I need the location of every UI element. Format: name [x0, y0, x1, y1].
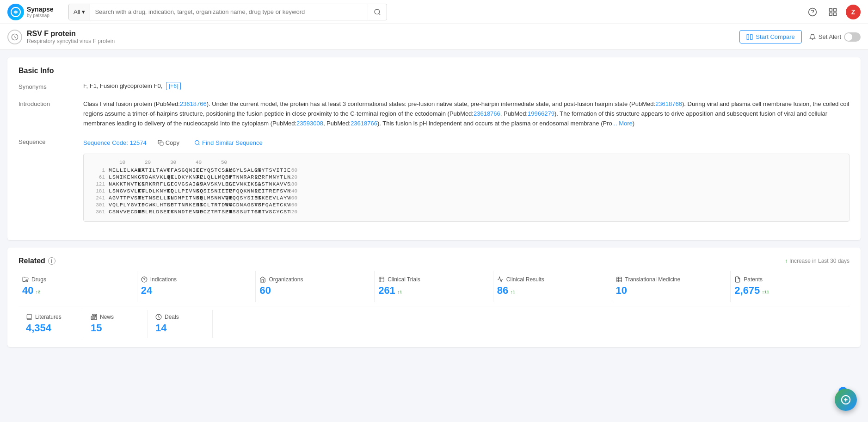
related-title: Related i	[18, 257, 55, 265]
clinical-results-count: 86 ↑ 1	[497, 285, 608, 297]
related-item-literatures[interactable]: Literatures 4,354	[18, 310, 83, 338]
related-item-indications[interactable]: Indications 24	[137, 271, 256, 302]
seq-line-5: 241 AGVTTPVSTY MLTNSELLSL INDMPITNDQ KKL…	[91, 195, 842, 201]
drugs-increase: ↑ 2	[35, 289, 40, 295]
related-items-row1: Drugs 40 ↑ 2 Indications 24	[18, 271, 850, 302]
find-similar-label: Find Similar Sequence	[202, 139, 263, 146]
drugs-count: 40 ↑ 2	[22, 285, 133, 297]
synonyms-more[interactable]: [+6]	[166, 82, 181, 90]
pubmed-link-2[interactable]: 23618766	[655, 100, 682, 107]
pubmed-link-4[interactable]: 19966279	[528, 110, 554, 117]
compare-button[interactable]: Start Compare	[739, 30, 802, 43]
svg-rect-10	[747, 34, 749, 39]
related-item-patents[interactable]: Patents 2,675 ↑ 11	[731, 271, 850, 302]
more-link[interactable]: ... More	[612, 120, 633, 127]
alert-toggle[interactable]	[844, 32, 861, 42]
compare-button-label: Start Compare	[756, 33, 795, 40]
sequence-viewer[interactable]: 10 20 30 40 50 1 MELLILKANA ITTILTAVTF C…	[83, 154, 850, 222]
entity-title: RSV F protein	[27, 30, 115, 38]
seq-line-2: 61 LSNIKENKCN GTDAKVKLIK QELDKYKNAV TELQ…	[91, 174, 842, 180]
introduction-label: Introduction	[18, 99, 83, 128]
related-card: Related i ↑ Increase in Last 30 days Dru…	[7, 248, 861, 347]
logo-icon	[7, 4, 24, 20]
entity-icon	[7, 30, 22, 44]
logo-sub: by patsnap	[27, 13, 54, 18]
sequence-ruler: 10 20 30 40 50	[91, 160, 842, 165]
entity-subtitle: Respiratory syncytial virus F protein	[27, 38, 115, 44]
increase-label: ↑ Increase in Last 30 days	[785, 258, 850, 264]
find-similar-button[interactable]: Find Similar Sequence	[191, 137, 266, 148]
basic-info-title: Basic Info	[18, 67, 850, 75]
indications-label: Indications	[141, 276, 252, 283]
related-items-row2: Literatures 4,354 News 15	[18, 306, 850, 338]
copy-button[interactable]: Copy	[154, 137, 183, 148]
alert-button[interactable]: Set Alert	[809, 32, 861, 42]
floating-action-button[interactable]	[835, 389, 857, 411]
pubmed-link-3[interactable]: 23618766	[474, 110, 500, 117]
synonyms-text: F, F1, Fusion glycoprotein F0,	[83, 82, 162, 89]
related-item-organizations[interactable]: Organizations 60	[256, 271, 375, 302]
basic-info-card: Basic Info Synonyms F, F1, Fusion glycop…	[7, 57, 861, 240]
sequence-row: Sequence Sequence Code: 12574 Copy Find …	[18, 137, 850, 222]
clinical-trials-label-text: Clinical Trials	[388, 276, 420, 283]
related-title-text: Related	[18, 257, 45, 265]
svg-rect-11	[751, 34, 752, 39]
seq-line-7: 361 CSNVVECDTM NSLRLDSETY LCNNDTENDP VDC…	[91, 209, 842, 215]
pubmed-link-1[interactable]: 23618766	[180, 100, 207, 107]
introduction-value: Class I viral fusion protein (PubMed:236…	[83, 99, 850, 128]
search-type-value: All	[74, 8, 80, 15]
organizations-count: 60	[259, 285, 370, 297]
logo-name: Synapse	[27, 6, 54, 13]
pubmed-link-6[interactable]: 23618766	[351, 120, 377, 127]
search-input[interactable]	[95, 8, 363, 15]
translational-medicine-count: 10	[616, 285, 727, 297]
sub-header-actions: Start Compare Set Alert	[739, 30, 861, 43]
related-info-icon[interactable]: i	[48, 257, 55, 265]
grid-button[interactable]	[825, 5, 840, 19]
related-item-clinical-trials[interactable]: Clinical Trials 261 ↑ 1	[375, 271, 493, 302]
search-box	[90, 4, 368, 20]
patents-increase: ↑ 11	[762, 289, 769, 295]
alert-button-label: Set Alert	[819, 33, 841, 40]
seq-line-3: 121 NAKKTNVTLS KKRKRRFLGF LLGVGSAIAS GVA…	[91, 181, 842, 187]
seq-line-1: 1 MELLILKANA ITTILTAVTF CFASGQNITE EFYQS…	[91, 167, 842, 173]
sequence-label: Sequence	[18, 137, 83, 222]
avatar[interactable]: Z	[846, 5, 861, 19]
introduction-row: Introduction Class I viral fusion protei…	[18, 99, 850, 128]
drugs-label: Drugs	[22, 276, 133, 283]
deals-label-text: Deals	[165, 314, 179, 320]
related-item-translational-medicine[interactable]: Translational Medicine 10	[612, 271, 731, 302]
deals-count: 14	[155, 322, 205, 334]
search-type-dropdown[interactable]: All ▾	[69, 4, 90, 20]
help-button[interactable]	[805, 5, 820, 19]
literatures-label: Literatures	[26, 314, 75, 320]
organizations-label-text: Organizations	[269, 276, 303, 283]
related-item-drugs[interactable]: Drugs 40 ↑ 2	[18, 271, 137, 302]
related-header: Related i ↑ Increase in Last 30 days	[18, 257, 850, 265]
clinical-results-increase: ↑ 1	[510, 289, 515, 295]
svg-point-13	[195, 141, 199, 145]
logo-text: Synapse by patsnap	[27, 6, 54, 18]
sequence-code-link[interactable]: Sequence Code: 12574	[83, 139, 147, 146]
clinical-results-label: Clinical Results	[497, 276, 608, 283]
related-item-news[interactable]: News 15	[83, 310, 148, 338]
copy-label: Copy	[166, 139, 179, 146]
clinical-results-label-text: Clinical Results	[506, 276, 544, 283]
sub-header: RSV F protein Respiratory syncytial viru…	[0, 24, 868, 50]
search-filter-bar: All ▾	[68, 4, 387, 20]
translational-medicine-label: Translational Medicine	[616, 276, 727, 283]
pubmed-link-5[interactable]: 23593008	[296, 120, 323, 127]
sequence-header: Sequence Code: 12574 Copy Find Similar S…	[83, 137, 850, 148]
logo-area: Synapse by patsnap	[7, 4, 63, 20]
drugs-label-text: Drugs	[31, 276, 46, 283]
svg-rect-19	[616, 277, 622, 282]
related-item-clinical-results[interactable]: Clinical Results 86 ↑ 1	[493, 271, 612, 302]
news-label: News	[91, 314, 140, 320]
translational-medicine-label-text: Translational Medicine	[625, 276, 681, 283]
svg-rect-7	[830, 12, 832, 15]
deals-label: Deals	[155, 314, 205, 320]
indications-label-text: Indications	[150, 276, 177, 283]
search-button[interactable]	[368, 4, 387, 20]
related-item-deals[interactable]: Deals 14	[148, 310, 213, 338]
clinical-trials-label: Clinical Trials	[378, 276, 489, 283]
